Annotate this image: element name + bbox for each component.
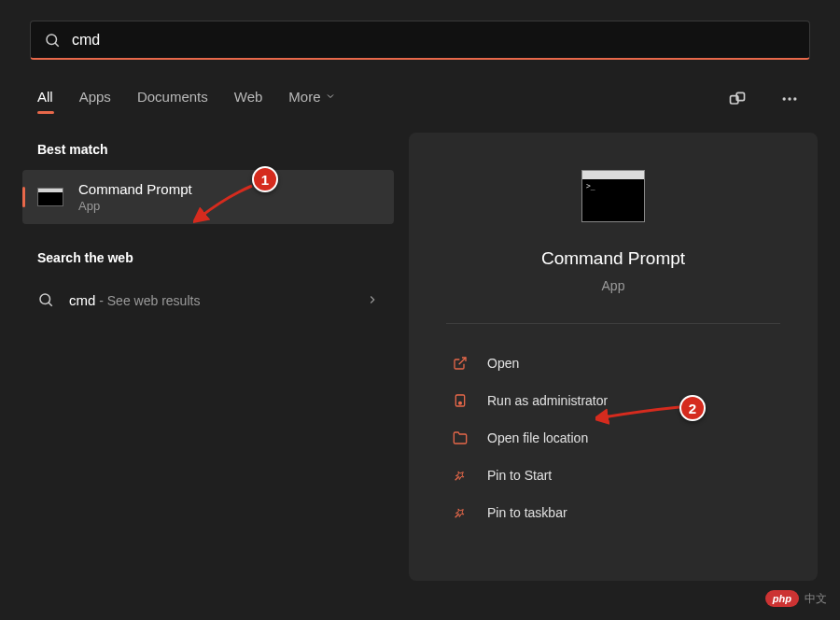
- pin-icon: [452, 504, 469, 521]
- tab-more-label: More: [288, 89, 320, 105]
- preview-subtitle: App: [602, 278, 625, 293]
- svg-line-12: [455, 477, 458, 480]
- chevron-down-icon: [325, 91, 336, 102]
- tab-apps[interactable]: Apps: [79, 89, 111, 114]
- svg-point-5: [788, 97, 791, 100]
- watermark-badge: php: [765, 590, 799, 607]
- annotation-arrow-1: [193, 183, 259, 225]
- svg-point-0: [47, 35, 57, 45]
- search-container: [0, 0, 840, 60]
- search-icon: [44, 32, 61, 49]
- search-input[interactable]: [72, 32, 796, 49]
- open-icon: [452, 355, 469, 372]
- annotation-arrow-2: [595, 402, 684, 425]
- pin-icon: [452, 467, 469, 484]
- more-options-icon[interactable]: [777, 86, 803, 116]
- action-pin-taskbar[interactable]: Pin to taskbar: [446, 494, 780, 531]
- shield-icon: [452, 392, 469, 409]
- tab-all[interactable]: All: [37, 89, 53, 114]
- chevron-right-icon: [366, 293, 379, 306]
- tab-more[interactable]: More: [288, 89, 335, 114]
- svg-line-8: [49, 303, 52, 306]
- main-content: Best match Command Prompt App Search the…: [0, 116, 840, 581]
- svg-point-11: [459, 402, 462, 404]
- tab-documents[interactable]: Documents: [137, 89, 208, 114]
- action-label: Pin to taskbar: [487, 505, 567, 520]
- connect-icon[interactable]: [724, 86, 750, 116]
- tabs-row: All Apps Documents Web More: [0, 60, 840, 116]
- action-pin-start[interactable]: Pin to Start: [446, 457, 780, 494]
- action-list: Open Run as administrator Open file l: [446, 345, 780, 531]
- action-label: Open file location: [487, 430, 588, 445]
- action-open[interactable]: Open: [446, 345, 780, 382]
- svg-line-13: [455, 514, 458, 517]
- preview-app-icon: [581, 170, 645, 222]
- annotation-badge-2: 2: [679, 395, 706, 421]
- web-result-suffix: - See web results: [95, 293, 200, 308]
- search-icon: [37, 291, 54, 308]
- action-label: Run as administrator: [487, 393, 608, 408]
- folder-icon: [452, 430, 469, 446]
- watermark-text: 中文: [805, 591, 827, 607]
- svg-line-9: [459, 358, 466, 364]
- action-open-file-location[interactable]: Open file location: [446, 419, 780, 457]
- search-web-header: Search the web: [22, 241, 394, 278]
- svg-line-1: [55, 43, 59, 47]
- preview-panel: Command Prompt App Open: [409, 133, 818, 581]
- tab-web[interactable]: Web: [234, 89, 263, 114]
- svg-point-7: [40, 294, 50, 304]
- action-label: Pin to Start: [487, 468, 552, 483]
- web-result-item[interactable]: cmd - See web results: [22, 278, 394, 321]
- preview-title: Command Prompt: [541, 248, 685, 269]
- annotation-badge-1: 1: [252, 166, 278, 192]
- watermark: php 中文: [765, 590, 827, 607]
- action-label: Open: [487, 356, 519, 371]
- web-result-query: cmd: [69, 292, 95, 308]
- search-box[interactable]: [30, 21, 810, 60]
- svg-point-4: [783, 97, 786, 100]
- cmd-app-icon: [35, 186, 65, 208]
- divider: [446, 323, 780, 324]
- web-result-text: cmd - See web results: [69, 292, 366, 308]
- best-match-header: Best match: [22, 133, 394, 170]
- svg-point-6: [793, 97, 796, 100]
